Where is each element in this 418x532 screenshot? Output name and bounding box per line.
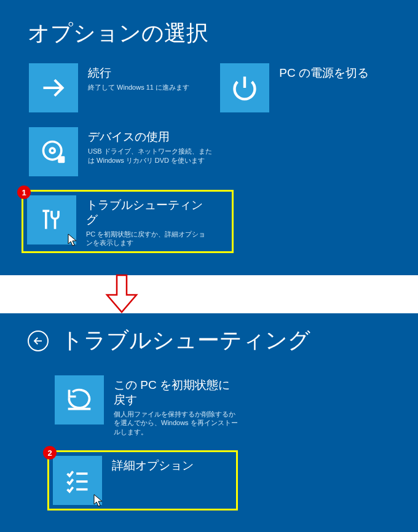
option-row-2: デバイスの使用 USB ドライブ、ネットワーク接続、または Windows リカ…	[28, 126, 390, 190]
page-title: トラブルシューティング	[61, 326, 310, 356]
back-button[interactable]	[28, 331, 49, 351]
tile-continue[interactable]: 続行 終了して Windows 11 に進みます	[28, 62, 219, 114]
tile-continue-desc: 終了して Windows 11 に進みます	[88, 83, 189, 92]
tile-troubleshoot-title: トラブルシューティング	[86, 198, 211, 227]
tile-reset-title: この PC を初期状態に戻す	[114, 378, 239, 407]
tile-troubleshoot[interactable]: 1 トラブルシューティング PC を初期状態に戻すか、詳細オプションを表示します	[22, 190, 234, 253]
tile-reset-pc[interactable]: この PC を初期状態に戻す 個人用ファイルを保持するか削除するかを選んでから、…	[53, 374, 390, 438]
tile-use-device[interactable]: デバイスの使用 USB ドライブ、ネットワーク接続、または Windows リカ…	[28, 126, 234, 178]
svg-point-3	[50, 148, 55, 153]
svg-rect-5	[60, 158, 63, 160]
troubleshoot-options: この PC を初期状態に戻す 個人用ファイルを保持するか削除するかを選んでから、…	[28, 362, 390, 510]
disc-icon	[29, 127, 78, 176]
arrow-right-icon	[29, 63, 78, 112]
tile-troubleshoot-desc: PC を初期状態に戻すか、詳細オプションを表示します	[86, 230, 211, 248]
cursor-icon	[68, 233, 79, 247]
tile-advanced-options[interactable]: 2 詳細オプション	[47, 450, 238, 510]
reset-icon	[55, 375, 104, 424]
tile-device-title: デバイスの使用	[88, 130, 213, 144]
power-icon	[220, 63, 269, 112]
tile-shutdown-title: PC の電源を切る	[279, 66, 369, 80]
cursor-icon	[93, 494, 104, 507]
option-row-3: 1 トラブルシューティング PC を初期状態に戻すか、詳細オプションを表示します	[28, 190, 390, 265]
troubleshoot-screen: トラブルシューティング この PC を初期状態に戻す 個人用ファイルを保持するか…	[0, 313, 418, 532]
callout-badge-2: 2	[43, 446, 57, 460]
page-title: オプションの選択	[28, 18, 390, 49]
option-row-1: 続行 終了して Windows 11 に進みます PC の電源を切る	[28, 62, 390, 126]
tile-reset-desc: 個人用ファイルを保持するか削除するかを選んでから、Windows を再インストー…	[114, 410, 239, 437]
callout-badge-1: 1	[17, 186, 31, 199]
tile-advanced-title: 詳細オプション	[112, 458, 194, 473]
title-row: トラブルシューティング	[28, 326, 390, 356]
flow-arrow-icon	[103, 274, 140, 317]
choose-option-screen: オプションの選択 続行 終了して Windows 11 に進みます	[0, 0, 418, 275]
tile-shutdown[interactable]: PC の電源を切る	[219, 62, 390, 114]
tile-continue-title: 続行	[88, 66, 189, 80]
tile-device-desc: USB ドライブ、ネットワーク接続、または Windows リカバリ DVD を…	[88, 147, 213, 165]
